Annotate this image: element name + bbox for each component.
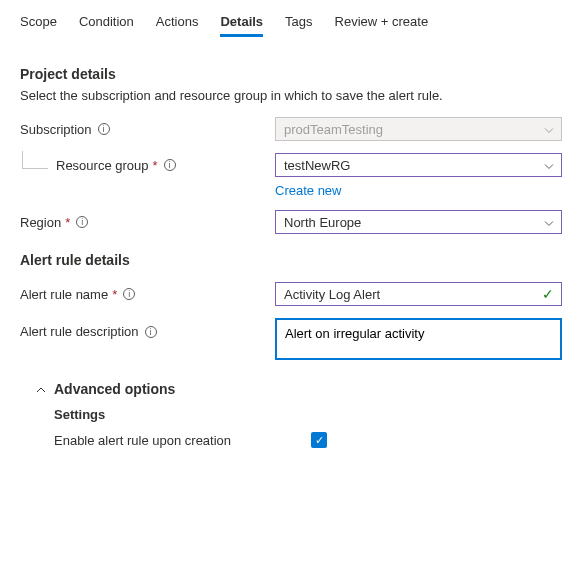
info-icon[interactable]: i [76, 216, 88, 228]
advanced-options-toggle[interactable]: Advanced options [54, 381, 175, 397]
required-marker: * [65, 215, 70, 230]
region-label: Region [20, 215, 61, 230]
create-new-link[interactable]: Create new [275, 183, 341, 198]
enable-alert-rule-label: Enable alert rule upon creation [54, 433, 231, 448]
info-icon[interactable]: i [123, 288, 135, 300]
subscription-select: prodTeamTesting [275, 117, 562, 141]
project-details-helper: Select the subscription and resource gro… [20, 88, 562, 103]
project-details-title: Project details [20, 66, 562, 82]
info-icon[interactable]: i [164, 159, 176, 171]
tab-tags[interactable]: Tags [285, 8, 312, 37]
details-panel: Project details Select the subscription … [0, 38, 582, 458]
tab-scope[interactable]: Scope [20, 8, 57, 37]
alert-rule-details-title: Alert rule details [20, 252, 562, 268]
tab-review-create[interactable]: Review + create [335, 8, 429, 37]
chevron-up-icon[interactable] [36, 383, 46, 395]
alert-rule-description-label: Alert rule description [20, 324, 139, 339]
required-marker: * [153, 158, 158, 173]
alert-rule-name-input[interactable]: Activity Log Alert [275, 282, 562, 306]
resource-group-select[interactable]: testNewRG [275, 153, 562, 177]
resource-group-label: Resource group [56, 158, 149, 173]
tabs-bar: Scope Condition Actions Details Tags Rev… [0, 0, 582, 38]
enable-alert-rule-checkbox[interactable]: ✓ [311, 432, 327, 448]
info-icon[interactable]: i [98, 123, 110, 135]
region-select[interactable]: North Europe [275, 210, 562, 234]
settings-title: Settings [20, 407, 562, 422]
alert-rule-description-input[interactable] [275, 318, 562, 360]
tab-condition[interactable]: Condition [79, 8, 134, 37]
subscription-label: Subscription [20, 122, 92, 137]
tree-connector [22, 151, 48, 169]
tab-actions[interactable]: Actions [156, 8, 199, 37]
info-icon[interactable]: i [145, 326, 157, 338]
tab-details[interactable]: Details [220, 8, 263, 37]
alert-rule-name-label: Alert rule name [20, 287, 108, 302]
required-marker: * [112, 287, 117, 302]
